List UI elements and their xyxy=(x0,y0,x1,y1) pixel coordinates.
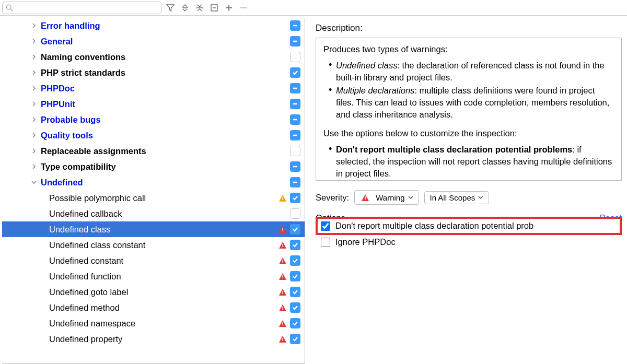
chevron-icon[interactable] xyxy=(30,180,38,185)
checkbox-mixed-icon[interactable] xyxy=(290,161,300,172)
tree-label: Undefined callback xyxy=(49,209,277,219)
chevron-icon[interactable] xyxy=(30,70,38,75)
tree-label: PHP strict standards xyxy=(41,68,290,78)
reset-icon[interactable] xyxy=(208,2,220,14)
checkbox-icon[interactable] xyxy=(290,224,300,234)
tree-label: PHPUnit xyxy=(41,99,290,109)
error-icon: ! xyxy=(277,302,288,313)
severity-label: Severity: xyxy=(316,193,349,203)
tree-label: Undefined class constant xyxy=(49,240,277,250)
checkbox-icon[interactable] xyxy=(290,271,300,281)
checkbox-mixed-icon[interactable] xyxy=(290,36,300,46)
scope-dropdown[interactable]: In All Scopes xyxy=(424,191,490,204)
checkbox-mixed-icon[interactable] xyxy=(290,99,300,109)
tree-label: PHPDoc xyxy=(41,84,290,93)
checkbox-icon[interactable] xyxy=(290,318,300,328)
filter-icon[interactable] xyxy=(165,2,176,14)
error-icon: ! xyxy=(277,334,288,344)
tree-category[interactable]: PHPDoc xyxy=(2,80,305,96)
checkbox-mixed-icon[interactable] xyxy=(290,114,300,125)
add-icon[interactable] xyxy=(223,2,235,14)
tree-item[interactable]: Undefined callback xyxy=(2,206,305,221)
checkbox-mixed-icon[interactable] xyxy=(290,130,300,140)
tree-category[interactable]: Replaceable assignments xyxy=(2,143,305,159)
tree-label: Undefined constant xyxy=(49,256,277,266)
chevron-icon[interactable] xyxy=(30,23,38,28)
tree-category[interactable]: Type compatibility xyxy=(2,159,305,174)
tree-label: Error handling xyxy=(41,21,290,31)
tree-category[interactable]: Probable bugs xyxy=(2,112,305,127)
chevron-down-icon xyxy=(478,195,483,200)
description-bullet: Undefined class: the declaration of refe… xyxy=(329,60,614,84)
checkbox-icon[interactable] xyxy=(290,255,300,266)
chevron-icon[interactable] xyxy=(30,54,38,60)
remove-icon[interactable] xyxy=(238,2,249,14)
search-box[interactable] xyxy=(2,2,161,14)
tree-item[interactable]: Undefined class constant! xyxy=(2,237,305,253)
tree-label: Undefined goto label xyxy=(49,287,277,297)
tree-item[interactable]: Undefined goto label! xyxy=(2,284,305,300)
tree-item[interactable]: Undefined constant! xyxy=(2,253,305,268)
chevron-icon[interactable] xyxy=(30,148,38,154)
checkbox-empty-icon[interactable] xyxy=(290,208,300,219)
option-label: Ignore PHPDoc xyxy=(335,237,396,247)
checkbox-mixed-icon[interactable] xyxy=(290,177,300,187)
tree-label: Undefined xyxy=(41,178,290,187)
tree-item[interactable]: Undefined method! xyxy=(2,300,305,315)
chevron-icon[interactable] xyxy=(30,86,38,91)
checkbox-icon[interactable] xyxy=(290,302,300,313)
tree-category[interactable]: PHPUnit xyxy=(2,96,305,112)
tree-label: Quality tools xyxy=(41,131,290,140)
error-icon: ! xyxy=(277,271,288,281)
description-intro: Produces two types of warnings: xyxy=(323,43,614,55)
search-icon xyxy=(6,4,13,11)
option-checkbox[interactable] xyxy=(321,221,330,231)
error-icon: ! xyxy=(277,224,288,234)
option-checkbox[interactable] xyxy=(321,238,330,247)
tree-label: Undefined function xyxy=(49,272,277,281)
search-input[interactable] xyxy=(15,4,158,12)
checkbox-icon[interactable] xyxy=(290,67,300,78)
checkbox-icon[interactable] xyxy=(290,240,300,250)
checkbox-mixed-icon[interactable] xyxy=(290,20,300,31)
tree-category[interactable]: Naming conventions xyxy=(2,49,305,65)
chevron-icon[interactable] xyxy=(30,39,38,44)
checkbox-empty-icon[interactable] xyxy=(290,146,300,156)
checkbox-mixed-icon[interactable] xyxy=(290,83,300,93)
tree-label: Undefined class xyxy=(49,225,277,234)
tree-item[interactable]: Possible polymorphic call! xyxy=(2,190,305,206)
error-icon: ! xyxy=(277,318,288,328)
checkbox-icon[interactable] xyxy=(290,287,300,297)
option-label: Don't report multiple class declaration … xyxy=(335,221,533,231)
expand-all-icon[interactable] xyxy=(179,2,191,14)
tree-item[interactable]: Undefined function! xyxy=(2,268,305,284)
tree-category[interactable]: PHP strict standards xyxy=(2,65,305,80)
svg-line-1 xyxy=(10,9,13,11)
inspection-tree[interactable]: Error handlingGeneralNaming conventionsP… xyxy=(2,18,305,364)
tree-item[interactable]: Undefined namespace! xyxy=(2,315,305,331)
highlighted-option: Don't report multiple class declaration … xyxy=(316,217,622,235)
checkbox-empty-icon[interactable] xyxy=(290,52,300,62)
error-icon: ! xyxy=(277,255,288,266)
tree-item[interactable]: Undefined class! xyxy=(2,221,305,237)
tree-category[interactable]: Error handling xyxy=(2,18,305,33)
tree-item[interactable]: Undefined property! xyxy=(2,331,305,347)
collapse-all-icon[interactable] xyxy=(194,2,205,14)
chevron-icon[interactable] xyxy=(30,133,38,138)
tree-category[interactable]: Quality tools xyxy=(2,127,305,143)
description-mid: Use the options below to customize the i… xyxy=(323,127,614,139)
chevron-icon[interactable] xyxy=(30,117,38,122)
checkbox-icon[interactable] xyxy=(290,193,300,203)
inspection-details: Description: Produces two types of warni… xyxy=(305,16,627,364)
tree-category[interactable]: General xyxy=(2,33,305,49)
tree-label: Undefined property xyxy=(49,334,277,344)
chevron-icon[interactable] xyxy=(30,164,38,169)
severity-row: Severity: ! Warning In All Scopes xyxy=(316,190,622,205)
warning-icon: ! xyxy=(360,192,370,203)
severity-dropdown[interactable]: ! Warning xyxy=(354,190,419,205)
tree-category[interactable]: Undefined xyxy=(2,174,305,190)
chevron-icon[interactable] xyxy=(30,101,38,107)
tree-label: Undefined method xyxy=(49,303,277,313)
checkbox-icon[interactable] xyxy=(290,334,300,344)
description-box: Produces two types of warnings: Undefine… xyxy=(316,38,622,181)
